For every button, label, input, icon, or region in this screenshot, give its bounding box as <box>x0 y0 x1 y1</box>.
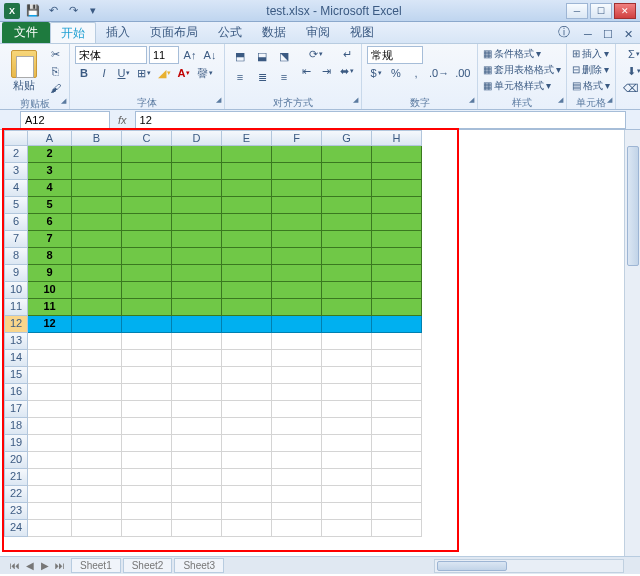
cell-B9[interactable] <box>72 265 122 282</box>
cell-A22[interactable] <box>28 486 72 503</box>
cell-B18[interactable] <box>72 418 122 435</box>
row-header-12[interactable]: 12 <box>4 316 28 333</box>
cell-G9[interactable] <box>322 265 372 282</box>
cell-A3[interactable]: 3 <box>28 163 72 180</box>
cell-F16[interactable] <box>272 384 322 401</box>
undo-icon[interactable]: ↶ <box>44 2 62 20</box>
cell-F20[interactable] <box>272 452 322 469</box>
cell-D16[interactable] <box>172 384 222 401</box>
horizontal-scroll-thumb[interactable] <box>437 561 507 571</box>
cell-G16[interactable] <box>322 384 372 401</box>
cell-D12[interactable] <box>172 316 222 333</box>
view-tab[interactable]: 视图 <box>340 22 384 43</box>
cell-F24[interactable] <box>272 520 322 537</box>
sheet-nav-last-icon[interactable]: ⏭ <box>53 560 67 571</box>
cell-C3[interactable] <box>122 163 172 180</box>
insert-cells-button[interactable]: ⊞ 插入 ▾ <box>572 46 610 61</box>
cell-E23[interactable] <box>222 503 272 520</box>
save-icon[interactable]: 💾 <box>24 2 42 20</box>
cell-A15[interactable] <box>28 367 72 384</box>
cell-B12[interactable] <box>72 316 122 333</box>
cell-A19[interactable] <box>28 435 72 452</box>
cell-E7[interactable] <box>222 231 272 248</box>
row-header-11[interactable]: 11 <box>4 299 28 316</box>
cell-F8[interactable] <box>272 248 322 265</box>
formula-input[interactable]: 12 <box>135 111 626 129</box>
fx-icon[interactable]: fx <box>110 114 135 126</box>
cell-B10[interactable] <box>72 282 122 299</box>
cell-A18[interactable] <box>28 418 72 435</box>
cell-C13[interactable] <box>122 333 172 350</box>
cell-F15[interactable] <box>272 367 322 384</box>
cell-F22[interactable] <box>272 486 322 503</box>
file-tab[interactable]: 文件 <box>2 22 50 43</box>
col-header-G[interactable]: G <box>322 130 372 146</box>
cell-E20[interactable] <box>222 452 272 469</box>
cell-D3[interactable] <box>172 163 222 180</box>
currency-icon[interactable]: $▾ <box>367 65 385 81</box>
fill-color-button[interactable]: ◢▾ <box>155 65 173 81</box>
cell-D15[interactable] <box>172 367 222 384</box>
cell-E17[interactable] <box>222 401 272 418</box>
cell-F2[interactable] <box>272 146 322 163</box>
cell-C5[interactable] <box>122 197 172 214</box>
cell-D7[interactable] <box>172 231 222 248</box>
cell-E22[interactable] <box>222 486 272 503</box>
cell-D17[interactable] <box>172 401 222 418</box>
row-header-6[interactable]: 6 <box>4 214 28 231</box>
formula-tab[interactable]: 公式 <box>208 22 252 43</box>
align-right-icon[interactable]: ≡ <box>274 67 294 87</box>
cell-H18[interactable] <box>372 418 422 435</box>
cell-H15[interactable] <box>372 367 422 384</box>
row-header-22[interactable]: 22 <box>4 486 28 503</box>
spreadsheet-grid[interactable]: ABCDEFGH22334455667788991010111112121314… <box>4 130 422 537</box>
row-header-3[interactable]: 3 <box>4 163 28 180</box>
cell-E13[interactable] <box>222 333 272 350</box>
home-tab[interactable]: 开始 <box>50 22 96 43</box>
col-header-A[interactable]: A <box>28 130 72 146</box>
cell-E4[interactable] <box>222 180 272 197</box>
cell-H13[interactable] <box>372 333 422 350</box>
cell-A9[interactable]: 9 <box>28 265 72 282</box>
align-top-icon[interactable]: ⬒ <box>230 46 250 66</box>
cell-F21[interactable] <box>272 469 322 486</box>
align-left-icon[interactable]: ≡ <box>230 67 250 87</box>
cell-G17[interactable] <box>322 401 372 418</box>
cell-A4[interactable]: 4 <box>28 180 72 197</box>
cell-C11[interactable] <box>122 299 172 316</box>
cell-D4[interactable] <box>172 180 222 197</box>
orientation-icon[interactable]: ⟳▾ <box>297 46 335 62</box>
cell-F7[interactable] <box>272 231 322 248</box>
cell-D23[interactable] <box>172 503 222 520</box>
cell-A8[interactable]: 8 <box>28 248 72 265</box>
cell-G6[interactable] <box>322 214 372 231</box>
cell-H7[interactable] <box>372 231 422 248</box>
cell-F14[interactable] <box>272 350 322 367</box>
align-middle-icon[interactable]: ⬓ <box>252 46 272 66</box>
help-icon[interactable]: ⓘ <box>553 22 575 43</box>
cell-C23[interactable] <box>122 503 172 520</box>
cell-C10[interactable] <box>122 282 172 299</box>
row-header-13[interactable]: 13 <box>4 333 28 350</box>
cell-E8[interactable] <box>222 248 272 265</box>
cell-E24[interactable] <box>222 520 272 537</box>
cell-G18[interactable] <box>322 418 372 435</box>
cell-B21[interactable] <box>72 469 122 486</box>
cell-styles-button[interactable]: ▦ 单元格样式 ▾ <box>483 78 561 93</box>
cell-F18[interactable] <box>272 418 322 435</box>
cell-G7[interactable] <box>322 231 372 248</box>
maximize-button[interactable]: ☐ <box>590 3 612 19</box>
data-tab[interactable]: 数据 <box>252 22 296 43</box>
cell-H4[interactable] <box>372 180 422 197</box>
cell-E18[interactable] <box>222 418 272 435</box>
format-as-table-button[interactable]: ▦ 套用表格格式 ▾ <box>483 62 561 77</box>
sheet-tab-Sheet3[interactable]: Sheet3 <box>174 558 224 573</box>
cell-D6[interactable] <box>172 214 222 231</box>
sheet-nav-prev-icon[interactable]: ◀ <box>23 560 37 571</box>
row-header-20[interactable]: 20 <box>4 452 28 469</box>
cell-C12[interactable] <box>122 316 172 333</box>
cell-G23[interactable] <box>322 503 372 520</box>
select-all-corner[interactable] <box>4 130 28 146</box>
cell-D2[interactable] <box>172 146 222 163</box>
cell-E3[interactable] <box>222 163 272 180</box>
